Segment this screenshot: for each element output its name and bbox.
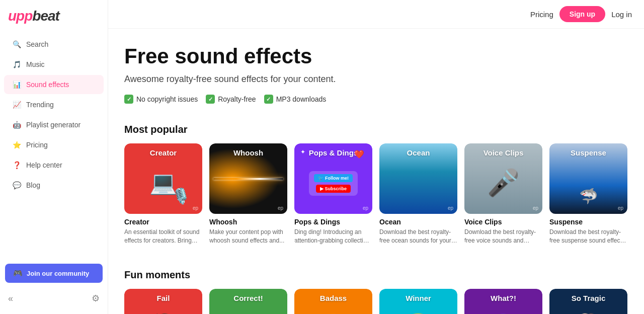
card-whoosh-image: Whoosh ep (209, 143, 287, 214)
watermark: ep (363, 205, 368, 211)
ai-icon: 🤖 (12, 120, 21, 129)
badges: ✓ No copyright issues ✓ Royalty-free ✓ M… (124, 95, 628, 104)
sidebar-item-help-center[interactable]: ❓ Help center (4, 155, 104, 175)
card-creator[interactable]: Creator 💻 🎙️ ep Creator An essential too… (124, 143, 202, 245)
sidebar-item-trending[interactable]: 📈 Trending (4, 95, 104, 114)
sidebar-item-sound-effects[interactable]: 📊 Sound effects (4, 75, 104, 94)
sidebar-item-label: Playlist generator (26, 121, 80, 129)
star-deco: ✦ (300, 148, 305, 155)
card-whoosh-label: Whoosh (209, 148, 287, 157)
most-popular-cards: Creator 💻 🎙️ ep Creator An essential too… (124, 143, 628, 249)
card-correct[interactable]: Correct! 👍 Correct (209, 289, 287, 314)
card-winner-label: Winner (379, 294, 457, 302)
main-content: Pricing Sign up Log in Free sound effect… (108, 0, 644, 314)
watermark: ep (278, 205, 283, 211)
star-icon: ⭐ (12, 140, 21, 149)
card-pops[interactable]: Pops & Dings 🐦 Follow me! ▶ Subscribe (294, 143, 372, 245)
badge-label: Royalty-free (218, 95, 256, 103)
card-badass[interactable]: Badass 😎 Badass (294, 289, 372, 314)
login-link[interactable]: Log in (611, 10, 632, 19)
card-sotragic-label: So Tragic (549, 294, 627, 302)
sidebar-item-playlist-generator[interactable]: 🤖 Playlist generator (4, 115, 104, 134)
card-suspense-image: Suspense 🦈 ep (549, 143, 627, 214)
card-voice-name: Voice Clips (464, 218, 542, 226)
join-community-button[interactable]: 🎮 Join our community (5, 264, 103, 283)
whoosh-line (213, 178, 284, 180)
card-correct-image: Correct! 👍 (209, 289, 287, 314)
sidebar-item-label: Pricing (26, 141, 48, 149)
card-pops-name: Pops & Dings (294, 218, 372, 226)
shark-fin-icon: 🦈 (579, 187, 598, 205)
card-fail-label: Fail (124, 294, 202, 302)
card-pops-desc: Ding ding! Introducing an attention-grab… (294, 228, 372, 245)
card-sotragic[interactable]: So Tragic 🐕 So Tragic (549, 289, 627, 314)
discord-icon: 🎮 (13, 269, 23, 278)
card-whoosh[interactable]: Whoosh ep Whoosh Make your content pop w… (209, 143, 287, 245)
hero-subtitle: Awesome royalty-free sound effects for y… (124, 74, 628, 85)
card-ocean-desc: Download the best royalty-free ocean sou… (379, 228, 457, 245)
card-suspense-name: Suspense (549, 218, 627, 226)
sidebar-item-label: Search (26, 40, 48, 48)
hero-section: Free sound effects Awesome royalty-free … (108, 29, 644, 114)
card-whoosh-name: Whoosh (209, 218, 287, 226)
sidebar-item-label: Trending (26, 101, 54, 109)
card-what[interactable]: What?! 😱 What (464, 289, 542, 314)
sidebar-item-label: Sound effects (26, 81, 69, 89)
card-sotragic-image: So Tragic 🐕 (549, 289, 627, 314)
collapse-icon[interactable]: « (8, 293, 13, 304)
sidebar: uppbeat 🔍 Search 🎵 Music 📊 Sound effects… (0, 0, 108, 314)
heart-deco: ❤️ (354, 149, 364, 159)
settings-icon[interactable]: ⚙ (92, 293, 100, 304)
card-fail-image: Fail 🤦 (124, 289, 202, 314)
card-badass-image: Badass 😎 (294, 289, 372, 314)
check-icon: ✓ (124, 95, 133, 104)
card-suspense[interactable]: Suspense 🦈 ep Suspense Download the best… (549, 143, 627, 245)
card-creator-image: Creator 💻 🎙️ ep (124, 143, 202, 214)
watermark: ep (533, 205, 538, 211)
sidebar-item-pricing[interactable]: ⭐ Pricing (4, 135, 104, 154)
card-creator-desc: An essential toolkit of sound effects fo… (124, 228, 202, 245)
card-pops-image: Pops & Dings 🐦 Follow me! ▶ Subscribe (294, 143, 372, 214)
search-icon: 🔍 (12, 40, 21, 49)
help-icon: ❓ (12, 161, 21, 170)
sidebar-item-label: Blog (26, 181, 40, 189)
most-popular-section: Most popular Creator 💻 🎙️ ep Creator An … (108, 114, 644, 259)
card-ocean[interactable]: Ocean ep Ocean Download the best royalty… (379, 143, 457, 245)
fun-moments-section: Fun moments Fail 🤦 Fail Correct! (108, 259, 644, 314)
card-ocean-label: Ocean (379, 148, 457, 157)
hero-title: Free sound effects (124, 45, 628, 68)
logo-text: uppbeat (8, 8, 100, 24)
card-what-label: What?! (464, 294, 542, 302)
card-suspense-desc: Download the best royalty-free suspense … (549, 228, 627, 245)
card-ocean-name: Ocean (379, 218, 457, 226)
card-correct-label: Correct! (209, 294, 287, 302)
card-voice-label: Voice Clips (464, 148, 542, 157)
badge-label: MP3 downloads (276, 95, 327, 103)
badge-mp3: ✓ MP3 downloads (264, 95, 327, 104)
sidebar-item-search[interactable]: 🔍 Search (4, 35, 104, 54)
signup-button[interactable]: Sign up (559, 6, 605, 22)
card-ocean-image: Ocean ep (379, 143, 457, 214)
logo[interactable]: uppbeat (0, 8, 108, 34)
card-voice-desc: Download the best royalty-free voice sou… (464, 228, 542, 245)
sound-effects-icon: 📊 (12, 80, 21, 89)
header-pricing-link[interactable]: Pricing (530, 10, 553, 19)
badge-no-copyright: ✓ No copyright issues (124, 95, 198, 104)
music-icon: 🎵 (12, 60, 21, 69)
sidebar-bottom: « ⚙ (0, 287, 108, 306)
most-popular-title: Most popular (124, 124, 628, 135)
badge-label: No copyright issues (136, 95, 198, 103)
sidebar-item-blog[interactable]: 💬 Blog (4, 176, 104, 195)
sidebar-item-music[interactable]: 🎵 Music (4, 55, 104, 74)
card-voice-clips[interactable]: Voice Clips 🎤 ep Voice Clips Download th… (464, 143, 542, 245)
card-what-image: What?! 😱 (464, 289, 542, 314)
card-fail[interactable]: Fail 🤦 Fail (124, 289, 202, 314)
badge-royalty-free: ✓ Royalty-free (206, 95, 256, 104)
card-suspense-label: Suspense (549, 148, 627, 157)
fun-moments-cards: Fail 🤦 Fail Correct! 👍 Correct (124, 289, 628, 314)
blog-icon: 💬 (12, 181, 21, 190)
card-winner[interactable]: Winner 🏆 Winner (379, 289, 457, 314)
mic-stand-icon: 🎤 (487, 168, 520, 198)
header: Pricing Sign up Log in (108, 0, 644, 29)
card-badass-label: Badass (294, 294, 372, 302)
